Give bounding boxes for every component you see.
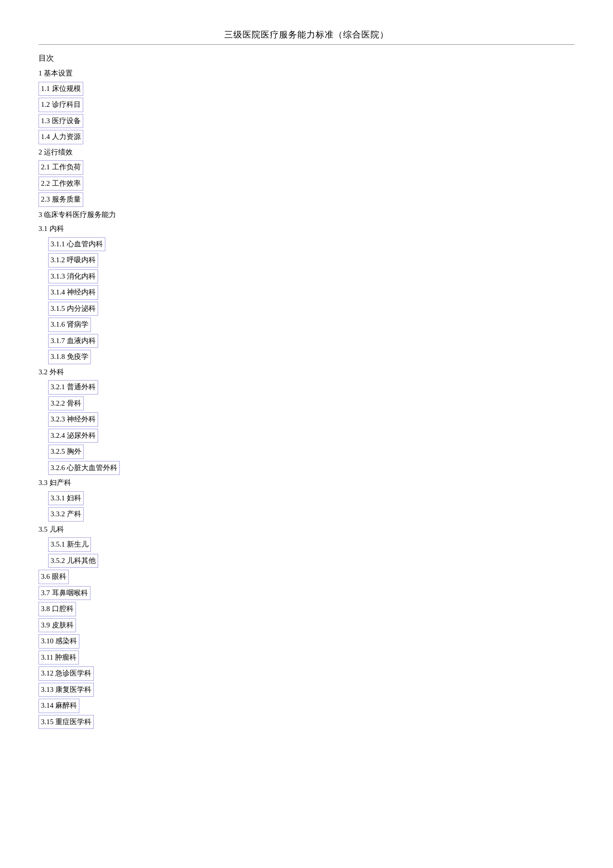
toc-item[interactable]: 2.2 工作效率 [38, 176, 575, 192]
toc-item[interactable]: 3.2.2 骨科 [38, 396, 575, 412]
toc-item[interactable]: 1.4 人力资源 [38, 129, 575, 145]
toc-item[interactable]: 3 临床专科医疗服务能力 [38, 208, 575, 222]
page-title: 三级医院医疗服务能力标准（综合医院） [38, 29, 575, 40]
toc-item-label[interactable]: 3.14 麻醉科 [38, 699, 79, 713]
toc-item[interactable]: 3.2.5 胸外 [38, 444, 575, 460]
toc-item-label[interactable]: 3.12 急诊医学科 [38, 666, 94, 681]
toc-item-label[interactable]: 3.3.1 妇科 [48, 491, 84, 506]
toc-item-label: 3.3 妇产科 [38, 477, 71, 489]
toc-item-label[interactable]: 3.13 康复医学科 [38, 683, 94, 697]
toc-item[interactable]: 3.2.1 普通外科 [38, 379, 575, 396]
toc-item-label[interactable]: 3.2.2 骨科 [48, 396, 84, 411]
toc-item[interactable]: 3.1 内科 [38, 222, 575, 236]
toc-item[interactable]: 3.10 感染科 [38, 633, 575, 650]
toc-item[interactable]: 3.1.6 肾病学 [38, 317, 575, 333]
toc-item-label[interactable]: 1.4 人力资源 [38, 130, 83, 144]
toc-item-label: 1 基本设置 [38, 67, 73, 80]
toc-item[interactable]: 3.14 麻醉科 [38, 698, 575, 714]
toc-item[interactable]: 1 基本设置 [38, 66, 575, 81]
toc-item[interactable]: 3.2.6 心脏大血管外科 [38, 460, 575, 476]
toc-item-label[interactable]: 3.1.3 消化内科 [48, 269, 98, 284]
toc-item-label: 3.1 内科 [38, 223, 64, 235]
toc-item-label[interactable]: 3.3.2 产科 [48, 507, 84, 522]
toc-item-label[interactable]: 3.2.5 胸外 [48, 445, 84, 459]
toc-item-label[interactable]: 3.15 重症医学科 [38, 715, 94, 729]
toc-item[interactable]: 3.1.7 血液内科 [38, 333, 575, 349]
toc-item-label: 3.2 外科 [38, 366, 64, 379]
toc-item-label: 3.5 儿科 [38, 523, 64, 536]
toc-item[interactable]: 3.1.2 呼吸内科 [38, 252, 575, 268]
toc-item-label: 3 临床专科医疗服务能力 [38, 209, 116, 221]
toc-item-label[interactable]: 3.2.6 心脏大血管外科 [48, 461, 120, 475]
toc-item[interactable]: 3.2.4 泌尿外科 [38, 428, 575, 444]
toc-item-label[interactable]: 3.1.5 内分泌科 [48, 302, 98, 316]
toc-item[interactable]: 3.5 儿科 [38, 523, 575, 537]
toc-item-label[interactable]: 3.1.7 血液内科 [48, 334, 98, 348]
page-header: 三级医院医疗服务能力标准（综合医院） [38, 29, 575, 45]
toc-item[interactable]: 3.3.1 妇科 [38, 490, 575, 507]
toc-item[interactable]: 2.1 工作负荷 [38, 159, 575, 176]
toc-item[interactable]: 1.1 床位规模 [38, 81, 575, 97]
toc-item[interactable]: 3.3 妇产科 [38, 476, 575, 490]
toc-item[interactable]: 3.11 肿瘤科 [38, 650, 575, 666]
toc-item[interactable]: 3.1.4 神经内科 [38, 284, 575, 301]
toc-item[interactable]: 3.5.2 儿科其他 [38, 553, 575, 569]
toc-item-label[interactable]: 3.11 肿瘤科 [38, 651, 79, 665]
toc-list: 1 基本设置1.1 床位规模1.2 诊疗科目1.3 医疗设备1.4 人力资源2 … [38, 66, 575, 730]
toc-item[interactable]: 1.3 医疗设备 [38, 113, 575, 129]
toc-item-label[interactable]: 3.6 眼科 [38, 570, 69, 584]
toc-item[interactable]: 3.1.5 内分泌科 [38, 301, 575, 317]
toc-item[interactable]: 3.2 外科 [38, 365, 575, 380]
toc-item-label[interactable]: 2.1 工作负荷 [38, 160, 83, 175]
toc-item-label[interactable]: 3.1.6 肾病学 [48, 318, 91, 332]
toc-item[interactable]: 3.12 急诊医学科 [38, 665, 575, 682]
toc-item-label[interactable]: 3.2.3 神经外科 [48, 412, 98, 427]
toc-item[interactable]: 3.1.8 免疫学 [38, 349, 575, 365]
toc-item[interactable]: 3.3.2 产科 [38, 506, 575, 523]
toc-title: 目次 [38, 53, 575, 64]
toc-item-label[interactable]: 3.1.2 呼吸内科 [48, 253, 98, 268]
toc-item-label[interactable]: 3.1.8 免疫学 [48, 350, 91, 364]
toc-item[interactable]: 3.2.3 神经外科 [38, 411, 575, 428]
toc-item[interactable]: 3.5.1 新生儿 [38, 536, 575, 553]
toc-item[interactable]: 3.1.3 消化内科 [38, 268, 575, 285]
toc-item-label[interactable]: 3.1.4 神经内科 [48, 285, 98, 300]
page: 三级医院医疗服务能力标准（综合医院） 目次 1 基本设置1.1 床位规模1.2 … [0, 0, 613, 868]
toc-item[interactable]: 2.3 服务质量 [38, 191, 575, 208]
toc-item-label[interactable]: 3.5.1 新生儿 [48, 537, 91, 552]
toc-item-label[interactable]: 3.10 感染科 [38, 634, 79, 649]
toc-item[interactable]: 3.6 眼科 [38, 569, 575, 585]
toc-item[interactable]: 3.13 康复医学科 [38, 682, 575, 698]
toc-item-label[interactable]: 3.2.1 普通外科 [48, 380, 98, 395]
toc-item[interactable]: 3.9 皮肤科 [38, 617, 575, 634]
toc-item[interactable]: 3.15 重症医学科 [38, 714, 575, 730]
toc-item-label[interactable]: 3.1.1 心血管内科 [48, 237, 105, 252]
toc-item-label[interactable]: 3.7 耳鼻咽喉科 [38, 586, 90, 600]
toc-item[interactable]: 3.1.1 心血管内科 [38, 236, 575, 253]
toc-item-label[interactable]: 2.3 服务质量 [38, 192, 83, 207]
toc-item-label[interactable]: 1.2 诊疗科目 [38, 98, 83, 112]
toc-item-label[interactable]: 3.9 皮肤科 [38, 618, 76, 633]
toc-item-label[interactable]: 3.8 口腔科 [38, 602, 76, 616]
toc-item-label[interactable]: 3.5.2 儿科其他 [48, 554, 98, 568]
toc-item-label[interactable]: 2.2 工作效率 [38, 177, 83, 191]
toc-item[interactable]: 3.8 口腔科 [38, 601, 575, 617]
toc-item-label[interactable]: 1.3 医疗设备 [38, 114, 83, 128]
toc-item[interactable]: 3.7 耳鼻咽喉科 [38, 585, 575, 601]
toc-item[interactable]: 1.2 诊疗科目 [38, 97, 575, 113]
toc-item[interactable]: 2 运行绩效 [38, 145, 575, 160]
toc-item-label: 2 运行绩效 [38, 146, 73, 159]
toc-item-label[interactable]: 3.2.4 泌尿外科 [48, 429, 98, 443]
toc-item-label[interactable]: 1.1 床位规模 [38, 82, 83, 96]
